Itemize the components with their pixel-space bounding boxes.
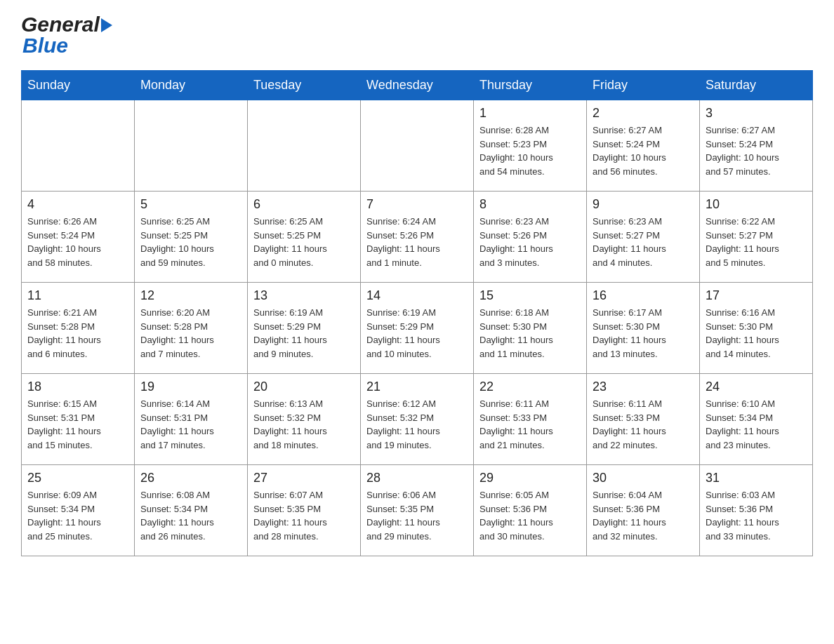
calendar-week-row: 4Sunrise: 6:26 AM Sunset: 5:24 PM Daylig… — [22, 192, 813, 283]
day-number: 27 — [253, 471, 355, 485]
day-number: 20 — [253, 380, 355, 394]
calendar-header-row: SundayMondayTuesdayWednesdayThursdayFrid… — [22, 71, 813, 100]
calendar-cell: 16Sunrise: 6:17 AM Sunset: 5:30 PM Dayli… — [587, 283, 700, 374]
day-info: Sunrise: 6:17 AM Sunset: 5:30 PM Dayligh… — [593, 306, 694, 361]
day-info: Sunrise: 6:04 AM Sunset: 5:36 PM Dayligh… — [593, 488, 694, 543]
calendar-cell: 10Sunrise: 6:22 AM Sunset: 5:27 PM Dayli… — [700, 192, 813, 283]
day-info: Sunrise: 6:27 AM Sunset: 5:24 PM Dayligh… — [706, 123, 807, 178]
calendar-cell: 7Sunrise: 6:24 AM Sunset: 5:26 PM Daylig… — [361, 192, 474, 283]
calendar-cell: 8Sunrise: 6:23 AM Sunset: 5:26 PM Daylig… — [474, 192, 587, 283]
day-info: Sunrise: 6:27 AM Sunset: 5:24 PM Dayligh… — [593, 123, 694, 178]
calendar-cell: 24Sunrise: 6:10 AM Sunset: 5:34 PM Dayli… — [700, 374, 813, 465]
day-info: Sunrise: 6:11 AM Sunset: 5:33 PM Dayligh… — [593, 397, 694, 452]
day-number: 9 — [593, 197, 694, 212]
day-info: Sunrise: 6:28 AM Sunset: 5:23 PM Dayligh… — [479, 123, 581, 178]
day-number: 22 — [479, 380, 581, 394]
day-info: Sunrise: 6:14 AM Sunset: 5:31 PM Dayligh… — [140, 397, 241, 452]
calendar-cell: 2Sunrise: 6:27 AM Sunset: 5:24 PM Daylig… — [587, 100, 700, 192]
calendar-cell: 30Sunrise: 6:04 AM Sunset: 5:36 PM Dayli… — [587, 465, 700, 556]
day-info: Sunrise: 6:13 AM Sunset: 5:32 PM Dayligh… — [253, 397, 355, 452]
day-number: 31 — [706, 471, 807, 485]
day-info: Sunrise: 6:22 AM Sunset: 5:27 PM Dayligh… — [706, 215, 807, 269]
day-number: 21 — [366, 380, 468, 394]
column-header-friday: Friday — [587, 71, 700, 100]
day-number: 2 — [593, 106, 694, 121]
calendar-cell: 14Sunrise: 6:19 AM Sunset: 5:29 PM Dayli… — [361, 283, 474, 374]
day-info: Sunrise: 6:10 AM Sunset: 5:34 PM Dayligh… — [706, 397, 807, 452]
day-number: 26 — [140, 471, 241, 485]
day-number: 12 — [140, 288, 241, 303]
calendar-week-row: 11Sunrise: 6:21 AM Sunset: 5:28 PM Dayli… — [22, 283, 813, 374]
calendar-cell: 29Sunrise: 6:05 AM Sunset: 5:36 PM Dayli… — [474, 465, 587, 556]
calendar-cell — [135, 100, 248, 192]
calendar-cell: 21Sunrise: 6:12 AM Sunset: 5:32 PM Dayli… — [361, 374, 474, 465]
day-number: 28 — [366, 471, 468, 485]
day-info: Sunrise: 6:23 AM Sunset: 5:27 PM Dayligh… — [593, 215, 694, 269]
day-info: Sunrise: 6:23 AM Sunset: 5:26 PM Dayligh… — [479, 215, 581, 269]
calendar-cell: 26Sunrise: 6:08 AM Sunset: 5:34 PM Dayli… — [135, 465, 248, 556]
day-number: 18 — [27, 380, 128, 394]
day-info: Sunrise: 6:16 AM Sunset: 5:30 PM Dayligh… — [706, 306, 807, 361]
day-number: 14 — [366, 288, 468, 303]
day-number: 29 — [479, 471, 581, 485]
calendar-cell: 19Sunrise: 6:14 AM Sunset: 5:31 PM Dayli… — [135, 374, 248, 465]
day-number: 5 — [140, 197, 241, 212]
day-info: Sunrise: 6:09 AM Sunset: 5:34 PM Dayligh… — [27, 488, 128, 543]
calendar-cell — [361, 100, 474, 192]
column-header-saturday: Saturday — [700, 71, 813, 100]
calendar-cell — [22, 100, 135, 192]
calendar-cell: 23Sunrise: 6:11 AM Sunset: 5:33 PM Dayli… — [587, 374, 700, 465]
day-info: Sunrise: 6:15 AM Sunset: 5:31 PM Dayligh… — [27, 397, 128, 452]
day-info: Sunrise: 6:05 AM Sunset: 5:36 PM Dayligh… — [479, 488, 581, 543]
calendar-cell: 11Sunrise: 6:21 AM Sunset: 5:28 PM Dayli… — [22, 283, 135, 374]
calendar-cell — [248, 100, 361, 192]
day-info: Sunrise: 6:20 AM Sunset: 5:28 PM Dayligh… — [140, 306, 241, 361]
logo-arrow-icon — [101, 18, 112, 32]
page-header: General Blue — [21, 14, 813, 56]
column-header-thursday: Thursday — [474, 71, 587, 100]
calendar-week-row: 1Sunrise: 6:28 AM Sunset: 5:23 PM Daylig… — [22, 100, 813, 192]
calendar-cell: 5Sunrise: 6:25 AM Sunset: 5:25 PM Daylig… — [135, 192, 248, 283]
day-number: 25 — [27, 471, 128, 485]
column-header-tuesday: Tuesday — [248, 71, 361, 100]
day-number: 13 — [253, 288, 355, 303]
day-info: Sunrise: 6:08 AM Sunset: 5:34 PM Dayligh… — [140, 488, 241, 543]
calendar-cell: 3Sunrise: 6:27 AM Sunset: 5:24 PM Daylig… — [700, 100, 813, 192]
calendar-cell: 27Sunrise: 6:07 AM Sunset: 5:35 PM Dayli… — [248, 465, 361, 556]
day-number: 6 — [253, 197, 355, 212]
calendar-cell: 12Sunrise: 6:20 AM Sunset: 5:28 PM Dayli… — [135, 283, 248, 374]
day-number: 4 — [27, 197, 128, 212]
column-header-sunday: Sunday — [22, 71, 135, 100]
day-number: 17 — [706, 288, 807, 303]
logo-blue-text: Blue — [22, 35, 112, 56]
day-info: Sunrise: 6:19 AM Sunset: 5:29 PM Dayligh… — [366, 306, 468, 361]
calendar-cell: 6Sunrise: 6:25 AM Sunset: 5:25 PM Daylig… — [248, 192, 361, 283]
calendar-cell: 15Sunrise: 6:18 AM Sunset: 5:30 PM Dayli… — [474, 283, 587, 374]
calendar-cell: 25Sunrise: 6:09 AM Sunset: 5:34 PM Dayli… — [22, 465, 135, 556]
day-number: 16 — [593, 288, 694, 303]
day-number: 3 — [706, 106, 807, 121]
day-number: 15 — [479, 288, 581, 303]
day-info: Sunrise: 6:06 AM Sunset: 5:35 PM Dayligh… — [366, 488, 468, 543]
day-info: Sunrise: 6:25 AM Sunset: 5:25 PM Dayligh… — [140, 215, 241, 269]
day-info: Sunrise: 6:25 AM Sunset: 5:25 PM Dayligh… — [253, 215, 355, 269]
day-info: Sunrise: 6:24 AM Sunset: 5:26 PM Dayligh… — [366, 215, 468, 269]
day-number: 11 — [27, 288, 128, 303]
day-info: Sunrise: 6:19 AM Sunset: 5:29 PM Dayligh… — [253, 306, 355, 361]
day-info: Sunrise: 6:18 AM Sunset: 5:30 PM Dayligh… — [479, 306, 581, 361]
day-number: 7 — [366, 197, 468, 212]
calendar-cell: 9Sunrise: 6:23 AM Sunset: 5:27 PM Daylig… — [587, 192, 700, 283]
day-number: 8 — [479, 197, 581, 212]
day-info: Sunrise: 6:12 AM Sunset: 5:32 PM Dayligh… — [366, 397, 468, 452]
logo-general-text: General — [21, 14, 100, 35]
calendar-cell: 22Sunrise: 6:11 AM Sunset: 5:33 PM Dayli… — [474, 374, 587, 465]
day-number: 30 — [593, 471, 694, 485]
day-info: Sunrise: 6:11 AM Sunset: 5:33 PM Dayligh… — [479, 397, 581, 452]
calendar-cell: 17Sunrise: 6:16 AM Sunset: 5:30 PM Dayli… — [700, 283, 813, 374]
day-number: 23 — [593, 380, 694, 394]
day-info: Sunrise: 6:07 AM Sunset: 5:35 PM Dayligh… — [253, 488, 355, 543]
calendar-table: SundayMondayTuesdayWednesdayThursdayFrid… — [21, 70, 813, 556]
calendar-cell: 28Sunrise: 6:06 AM Sunset: 5:35 PM Dayli… — [361, 465, 474, 556]
calendar-cell: 18Sunrise: 6:15 AM Sunset: 5:31 PM Dayli… — [22, 374, 135, 465]
logo: General Blue — [21, 14, 112, 56]
